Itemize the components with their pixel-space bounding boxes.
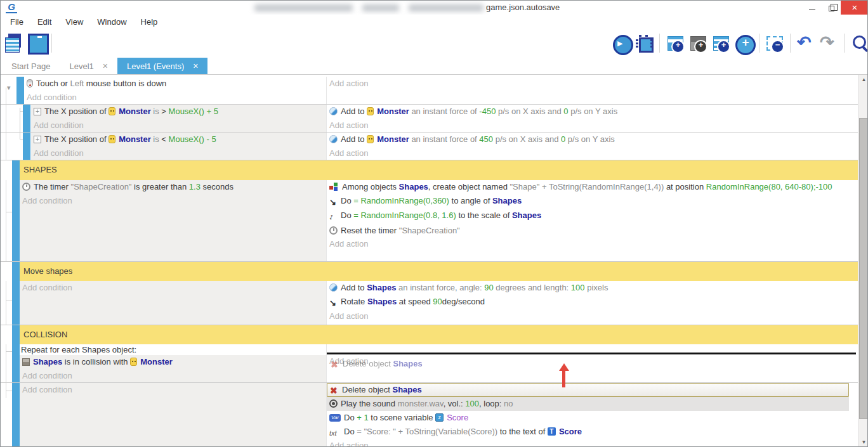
- scroll-down-arrow[interactable]: ▼: [858, 437, 868, 447]
- vertical-scrollbar[interactable]: ▲ ▼: [858, 75, 868, 447]
- actions-cell[interactable]: Add to Monster an instant force of 450 p…: [326, 133, 858, 160]
- add-condition-button[interactable]: Add condition: [20, 369, 326, 383]
- add-action-button[interactable]: Add action: [327, 309, 850, 323]
- action-line[interactable]: Do = "Score: " + ToString(Variable(Score…: [327, 425, 849, 439]
- add-condition-button[interactable]: Add condition: [20, 383, 326, 397]
- minimize-button[interactable]: [803, 1, 822, 15]
- text-segment: 0: [563, 107, 568, 116]
- condition-line[interactable]: Touch or Left mouse button is down: [24, 77, 326, 91]
- action-line[interactable]: Add to Shapes an instant force, angle: 9…: [327, 281, 850, 295]
- action-line[interactable]: Add to Monster an instant force of 450 p…: [327, 133, 850, 146]
- condition-line[interactable]: The timer "ShapeCreation" is greater tha…: [20, 180, 326, 194]
- menu-item-edit[interactable]: Edit: [30, 17, 58, 27]
- event-row[interactable]: Add conditionDelete object ShapesPlay th…: [1, 383, 858, 447]
- event-row[interactable]: Repeat for each Shapes object:Shapes is …: [1, 344, 858, 383]
- scroll-thumb[interactable]: [859, 118, 868, 419]
- action-line[interactable]: Play the sound monster.wav, vol.: 100, l…: [327, 397, 849, 411]
- add-condition-button[interactable]: Add condition: [31, 119, 326, 133]
- condition-line[interactable]: The X position of Monster is > MouseX() …: [31, 105, 326, 119]
- restore-button[interactable]: [822, 1, 841, 15]
- start-page-icon[interactable]: [26, 32, 46, 55]
- menu-item-file[interactable]: File: [3, 17, 30, 27]
- add-action-button[interactable]: Add action: [327, 119, 850, 133]
- repeat-event-label[interactable]: Repeat for each Shapes object:: [20, 344, 326, 355]
- monster-icon: [367, 107, 374, 115]
- conditions-cell[interactable]: The X position of Monster is > MouseX() …: [31, 105, 326, 132]
- debug-icon[interactable]: [634, 32, 654, 55]
- conditions-cell[interactable]: The X position of Monster is < MouseX() …: [31, 133, 326, 160]
- add-condition-button[interactable]: Add condition: [24, 91, 326, 105]
- add-action-button[interactable]: Add action: [327, 77, 850, 91]
- text-segment: to angle of: [449, 196, 492, 205]
- toolbar-separator: [844, 34, 845, 53]
- event-group-header[interactable]: COLLISION: [1, 325, 858, 344]
- event-row[interactable]: Add conditionAdd to Shapes an instant fo…: [1, 281, 858, 325]
- search-icon[interactable]: [850, 32, 868, 55]
- conditions-cell[interactable]: Add condition: [20, 281, 326, 325]
- project-manager-icon[interactable]: [3, 32, 23, 55]
- action-line[interactable]: Among objects Shapes, create object name…: [327, 180, 850, 194]
- action-line[interactable]: Do = RandomInRange(0.8, 1.6) to the scal…: [327, 209, 850, 224]
- add-comment-icon[interactable]: [711, 32, 731, 55]
- group-header-label[interactable]: COLLISION: [20, 325, 858, 344]
- add-action-button[interactable]: Add action: [327, 237, 850, 251]
- text-segment: monster.wav: [398, 399, 444, 408]
- event-row[interactable]: The timer "ShapeCreation" is greater tha…: [1, 180, 858, 262]
- event-row[interactable]: Touch or Left mouse button is downAdd co…: [1, 77, 858, 105]
- add-event-icon[interactable]: [665, 32, 685, 55]
- event-group-header[interactable]: SHAPES: [1, 160, 858, 180]
- add-action-button[interactable]: Add action: [327, 146, 850, 160]
- action-line[interactable]: Add to Monster an instant force of -450 …: [327, 105, 850, 119]
- action-line[interactable]: Reset the timer "ShapeCreation": [327, 224, 850, 238]
- actions-cell[interactable]: Add to Shapes an instant force, angle: 9…: [326, 281, 858, 325]
- drop-indicator-line: [327, 353, 856, 354]
- action-line[interactable]: Do + 1 to scene variable Score: [327, 411, 849, 425]
- conditions-cell[interactable]: Touch or Left mouse button is downAdd co…: [24, 77, 326, 104]
- group-header-label[interactable]: SHAPES: [20, 160, 858, 180]
- add-circle-icon[interactable]: [733, 32, 754, 55]
- text-segment: Shapes: [367, 297, 397, 306]
- event-group-header[interactable]: Move shapes: [1, 262, 858, 281]
- menu-item-window[interactable]: Window: [90, 17, 133, 27]
- add-condition-button[interactable]: Add condition: [31, 146, 326, 160]
- conditions-cell[interactable]: Add condition: [20, 383, 326, 447]
- drag-cursor-red-arrow: [559, 363, 569, 389]
- condition-line[interactable]: Shapes is in collision with Monster: [20, 355, 326, 369]
- tab-level1-events-[interactable]: Level1 (Events)×: [117, 58, 208, 74]
- play-icon[interactable]: [611, 32, 631, 55]
- text-segment: to scene variable: [369, 413, 436, 422]
- condition-line[interactable]: The X position of Monster is < MouseX() …: [31, 133, 326, 146]
- menu-item-help[interactable]: Help: [134, 17, 165, 27]
- scroll-up-arrow[interactable]: ▲: [858, 75, 868, 85]
- add-subevent-icon[interactable]: [688, 32, 708, 55]
- text-segment: is: [151, 134, 162, 144]
- delete-event-icon[interactable]: [765, 32, 785, 55]
- tab-close-icon[interactable]: ×: [193, 61, 198, 71]
- add-action-button[interactable]: Add action: [327, 439, 850, 447]
- event-row[interactable]: The X position of Monster is < MouseX() …: [1, 133, 858, 160]
- tab-level1[interactable]: Level1×: [60, 58, 117, 74]
- mouse-icon: [27, 79, 33, 87]
- actions-cell[interactable]: Delete object ShapesPlay the sound monst…: [326, 383, 858, 447]
- conditions-cell[interactable]: Shapes is in collision with MonsterAdd c…: [20, 355, 326, 382]
- menu-item-view[interactable]: View: [58, 17, 90, 27]
- group-header-label[interactable]: Move shapes: [20, 262, 858, 281]
- action-line[interactable]: Do = RandomInRange(0,360) to angle of Sh…: [327, 194, 850, 209]
- tab-start-page[interactable]: Start Page: [2, 58, 60, 74]
- event-row[interactable]: The X position of Monster is > MouseX() …: [1, 105, 858, 133]
- conditions-cell[interactable]: The timer "ShapeCreation" is greater tha…: [20, 180, 326, 261]
- undo-icon[interactable]: [796, 32, 816, 55]
- actions-cell[interactable]: Among objects Shapes, create object name…: [326, 180, 858, 261]
- action-line[interactable]: Rotate Shapes at speed 90deg/second: [327, 295, 850, 310]
- text-segment: The X position of: [44, 134, 109, 144]
- actions-cell[interactable]: Add action: [326, 77, 858, 104]
- text-segment: RandomInRange(80, 640-80);-100: [706, 182, 832, 191]
- close-button[interactable]: ×: [841, 1, 868, 15]
- actions-cell[interactable]: Add actionDelete object Shapes: [326, 344, 858, 382]
- redo-icon[interactable]: [819, 32, 839, 55]
- tab-close-icon[interactable]: ×: [103, 61, 108, 71]
- actions-cell[interactable]: Add to Monster an instant force of -450 …: [326, 105, 858, 132]
- action-line-selected[interactable]: Delete object Shapes: [327, 383, 849, 397]
- add-condition-button[interactable]: Add condition: [20, 194, 326, 208]
- add-condition-button[interactable]: Add condition: [20, 281, 326, 295]
